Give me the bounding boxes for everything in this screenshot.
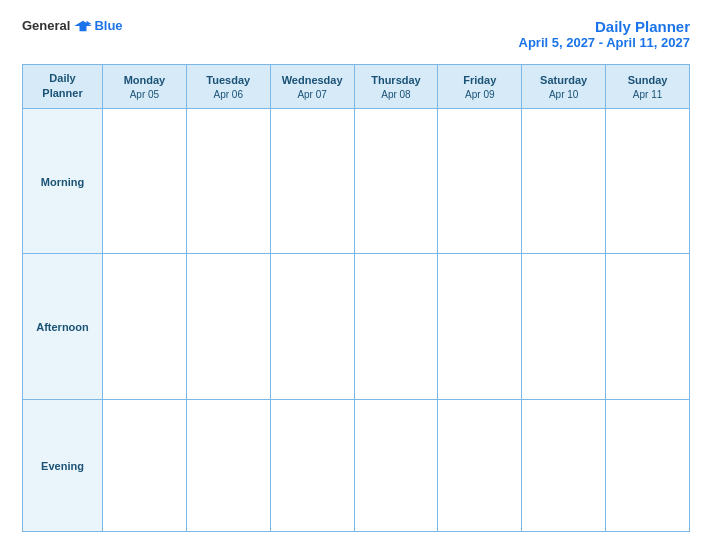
morning-monday-cell[interactable]: [103, 108, 187, 253]
svg-marker-1: [87, 20, 92, 24]
evening-tuesday-cell[interactable]: [186, 399, 270, 531]
afternoon-tuesday-cell[interactable]: [186, 254, 270, 399]
col-header-saturday: Saturday Apr 10: [522, 65, 606, 109]
morning-thursday-cell[interactable]: [354, 108, 438, 253]
col-header-wednesday: Wednesday Apr 07: [270, 65, 354, 109]
morning-label: Morning: [41, 176, 84, 188]
thursday-date: Apr 08: [359, 89, 434, 100]
logo-area: General Blue: [22, 18, 123, 33]
friday-label: Friday: [442, 73, 517, 88]
col-header-daily-planner: Daily Planner: [23, 65, 103, 109]
evening-label: Evening: [41, 460, 84, 472]
evening-monday-cell[interactable]: [103, 399, 187, 531]
calendar-table: Daily Planner Monday Apr 05 Tuesday Apr …: [22, 64, 690, 532]
sunday-label: Sunday: [610, 73, 685, 88]
saturday-date: Apr 10: [526, 89, 601, 100]
morning-sunday-cell[interactable]: [606, 108, 690, 253]
morning-label-cell: Morning: [23, 108, 103, 253]
morning-wednesday-cell[interactable]: [270, 108, 354, 253]
col-header-thursday: Thursday Apr 08: [354, 65, 438, 109]
friday-date: Apr 09: [442, 89, 517, 100]
page: General Blue Daily Planner April 5, 2027…: [0, 0, 712, 550]
thursday-label: Thursday: [359, 73, 434, 88]
title-area: Daily Planner April 5, 2027 - April 11, …: [519, 18, 691, 50]
evening-label-cell: Evening: [23, 399, 103, 531]
monday-label: Monday: [107, 73, 182, 88]
morning-saturday-cell[interactable]: [522, 108, 606, 253]
evening-sunday-cell[interactable]: [606, 399, 690, 531]
wednesday-label: Wednesday: [275, 73, 350, 88]
col0-line1: Daily: [27, 71, 98, 86]
col-header-friday: Friday Apr 09: [438, 65, 522, 109]
col0-line2: Planner: [27, 86, 98, 101]
afternoon-row: Afternoon: [23, 254, 690, 399]
afternoon-wednesday-cell[interactable]: [270, 254, 354, 399]
morning-tuesday-cell[interactable]: [186, 108, 270, 253]
calendar-header-row: Daily Planner Monday Apr 05 Tuesday Apr …: [23, 65, 690, 109]
logo-bird-icon: [74, 19, 92, 33]
afternoon-friday-cell[interactable]: [438, 254, 522, 399]
tuesday-label: Tuesday: [191, 73, 266, 88]
afternoon-monday-cell[interactable]: [103, 254, 187, 399]
tuesday-date: Apr 06: [191, 89, 266, 100]
logo-blue: Blue: [94, 18, 122, 33]
evening-row: Evening: [23, 399, 690, 531]
svg-marker-0: [75, 20, 93, 31]
afternoon-thursday-cell[interactable]: [354, 254, 438, 399]
morning-friday-cell[interactable]: [438, 108, 522, 253]
wednesday-date: Apr 07: [275, 89, 350, 100]
saturday-label: Saturday: [526, 73, 601, 88]
evening-wednesday-cell[interactable]: [270, 399, 354, 531]
afternoon-label-cell: Afternoon: [23, 254, 103, 399]
afternoon-sunday-cell[interactable]: [606, 254, 690, 399]
header: General Blue Daily Planner April 5, 2027…: [22, 18, 690, 50]
date-range: April 5, 2027 - April 11, 2027: [519, 35, 691, 50]
sunday-date: Apr 11: [610, 89, 685, 100]
logo-text: General Blue: [22, 18, 123, 33]
evening-thursday-cell[interactable]: [354, 399, 438, 531]
afternoon-label: Afternoon: [36, 321, 89, 333]
col-header-sunday: Sunday Apr 11: [606, 65, 690, 109]
monday-date: Apr 05: [107, 89, 182, 100]
page-title: Daily Planner: [519, 18, 691, 35]
col-header-monday: Monday Apr 05: [103, 65, 187, 109]
col-header-tuesday: Tuesday Apr 06: [186, 65, 270, 109]
morning-row: Morning: [23, 108, 690, 253]
evening-saturday-cell[interactable]: [522, 399, 606, 531]
logo-general: General: [22, 18, 70, 33]
afternoon-saturday-cell[interactable]: [522, 254, 606, 399]
evening-friday-cell[interactable]: [438, 399, 522, 531]
